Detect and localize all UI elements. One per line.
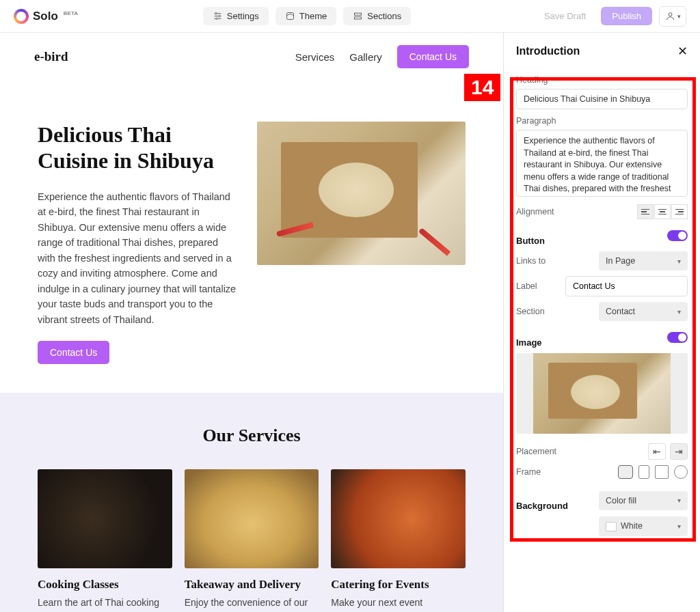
panel-title: Introduction xyxy=(516,45,580,57)
service-card[interactable]: Catering for Events Make your next event… xyxy=(331,469,466,612)
heading-field-label: Heading xyxy=(516,75,688,85)
svg-rect-4 xyxy=(355,13,362,15)
theme-button[interactable]: Theme xyxy=(275,7,336,25)
hero-body[interactable]: Experience the authentic flavors of Thai… xyxy=(38,189,237,327)
hero-cta-button[interactable]: Contact Us xyxy=(38,341,109,364)
service-image[interactable] xyxy=(331,469,466,568)
editor-canvas[interactable]: e-bird Services Gallery Contact Us Delic… xyxy=(0,33,503,612)
user-icon xyxy=(665,11,675,21)
logo-mark-icon xyxy=(14,9,29,24)
background-section-label: Background xyxy=(516,501,568,511)
service-title: Cooking Classes xyxy=(38,578,172,592)
label-field-label: Label xyxy=(516,281,537,291)
chevron-down-icon: ▾ xyxy=(677,308,681,316)
publish-button[interactable]: Publish xyxy=(601,7,652,25)
svg-rect-3 xyxy=(286,13,293,20)
beta-label: BETA xyxy=(64,10,78,16)
services-heading[interactable]: Our Services xyxy=(38,426,466,446)
image-toggle[interactable] xyxy=(667,332,688,343)
frame-square-button[interactable] xyxy=(655,465,669,479)
close-icon[interactable]: ✕ xyxy=(677,44,688,59)
color-select[interactable]: White▾ xyxy=(599,516,688,536)
align-right-button[interactable] xyxy=(671,204,688,219)
nav-services[interactable]: Services xyxy=(295,51,335,63)
hero-image[interactable] xyxy=(257,122,466,265)
sections-button[interactable]: Sections xyxy=(343,7,411,25)
svg-point-0 xyxy=(215,13,217,15)
chevron-down-icon: ▾ xyxy=(677,497,681,504)
button-section-label: Button xyxy=(516,236,545,246)
image-preview[interactable] xyxy=(516,353,688,434)
section-field-label: Section xyxy=(516,307,545,316)
chevron-down-icon: ▾ xyxy=(677,523,681,530)
service-title: Catering for Events xyxy=(331,578,466,592)
paragraph-textarea[interactable]: Experience the authentic flavors of Thai… xyxy=(516,130,688,197)
service-card[interactable]: Takeaway and Delivery Enjoy the convenie… xyxy=(185,469,319,612)
nav-gallery[interactable]: Gallery xyxy=(349,51,382,63)
frame-label: Frame xyxy=(516,467,541,477)
service-body: Enjoy the convenience of our takeaway an… xyxy=(185,596,319,612)
service-card[interactable]: Cooking Classes Learn the art of Thai co… xyxy=(38,469,172,612)
chevron-down-icon: ▾ xyxy=(677,13,681,20)
links-to-label: Links to xyxy=(516,256,546,266)
heading-input[interactable] xyxy=(516,89,688,109)
frame-portrait-button[interactable] xyxy=(638,465,649,479)
placement-left-button[interactable]: ⇤ xyxy=(648,443,666,460)
service-image[interactable] xyxy=(38,469,172,568)
nav-contact-button[interactable]: Contact Us xyxy=(397,45,469,68)
app-logo[interactable]: Solo BETA xyxy=(14,9,78,24)
chevron-down-icon: ▾ xyxy=(677,258,681,265)
annotation-label: 14 xyxy=(464,74,500,101)
service-body: Learn the art of Thai cooking from our e… xyxy=(38,596,172,612)
placement-label: Placement xyxy=(516,447,556,456)
svg-rect-5 xyxy=(355,17,362,19)
palette-icon xyxy=(285,11,295,21)
frame-circle-button[interactable] xyxy=(674,465,688,479)
background-select[interactable]: Color fill▾ xyxy=(599,491,688,510)
align-left-button[interactable] xyxy=(637,204,654,219)
paragraph-field-label: Paragraph xyxy=(516,116,688,126)
label-input[interactable] xyxy=(565,276,688,296)
button-toggle[interactable] xyxy=(667,230,688,241)
sliders-icon xyxy=(213,11,223,21)
inspector-panel: Introduction ✕ Heading Paragraph Experie… xyxy=(503,33,700,612)
service-image[interactable] xyxy=(185,469,319,568)
save-draft-button[interactable]: Save Draft xyxy=(536,7,594,25)
user-menu[interactable]: ▾ xyxy=(659,6,686,27)
settings-button[interactable]: Settings xyxy=(203,7,269,25)
hero-title[interactable]: Delicious Thai Cuisine in Shibuya xyxy=(38,122,237,174)
svg-point-1 xyxy=(219,15,221,17)
image-section-label: Image xyxy=(516,337,542,348)
svg-point-6 xyxy=(669,13,672,16)
service-body: Make your next event unforgettable with … xyxy=(331,596,466,612)
svg-point-2 xyxy=(216,18,218,20)
site-brand[interactable]: e-bird xyxy=(34,49,68,64)
align-center-button[interactable] xyxy=(654,204,671,219)
color-swatch-icon xyxy=(606,522,617,531)
frame-landscape-button[interactable] xyxy=(618,465,633,479)
links-to-select[interactable]: In Page▾ xyxy=(599,251,688,270)
sections-icon xyxy=(353,11,363,21)
placement-right-button[interactable]: ⇥ xyxy=(670,443,688,460)
app-name: Solo xyxy=(33,10,58,23)
section-select[interactable]: Contact▾ xyxy=(599,302,688,321)
service-title: Takeaway and Delivery xyxy=(185,578,319,592)
alignment-label: Alignment xyxy=(516,207,554,217)
